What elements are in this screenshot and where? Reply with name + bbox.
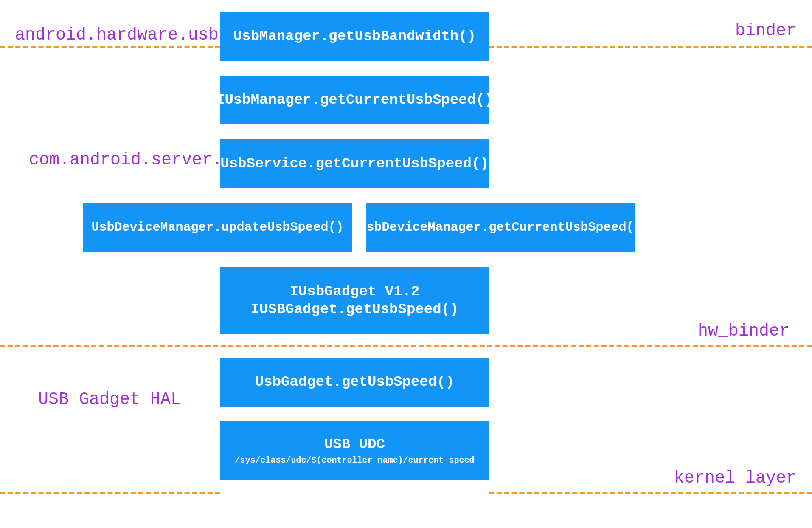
box-usbdevicemanager-getcurrentusbspeed: UsbDeviceManager.getCurrentUsbSpeed() — [366, 203, 635, 252]
box-usbservice-getcurrentusbspeed: UsbService.getCurrentUsbSpeed() — [220, 139, 489, 188]
label-binder: binder — [735, 21, 796, 40]
dash-binder-right — [489, 46, 812, 48]
dash-kernel-right — [489, 492, 812, 494]
box-iusbgadget: IUsbGadget V1.2 IUSBGadget.getUsbSpeed() — [220, 267, 489, 334]
box-usb-udc: USB UDC /sys/class/udc/$(controller_name… — [220, 421, 489, 480]
box-text: UsbDeviceManager.updateUsbSpeed() — [91, 220, 343, 236]
box-text: UsbGadget.getUsbSpeed() — [255, 373, 454, 391]
box-usbgadget-getusbspeed: UsbGadget.getUsbSpeed() — [220, 358, 489, 407]
box-title: USB UDC — [324, 435, 385, 454]
label-usb-gadget-hal: USB Gadget HAL — [38, 390, 181, 409]
box-text: IUsbManager.getCurrentUsbSpeed() — [216, 91, 493, 109]
box-path: /sys/class/udc/$(controller_name)/curren… — [235, 455, 474, 466]
box-title: IUsbGadget V1.2 — [289, 282, 419, 301]
box-sub: IUSBGadget.getUsbSpeed() — [251, 300, 459, 319]
label-kernel-layer: kernel layer — [674, 469, 796, 488]
label-hw-binder: hw_binder — [698, 322, 790, 341]
label-com-android-server-usb: com.android.server.usb — [29, 150, 253, 169]
box-text: UsbDeviceManager.getCurrentUsbSpeed() — [359, 220, 641, 236]
dash-binder-left — [0, 46, 220, 48]
box-usbmanager-getusbbandwidth: UsbManager.getUsbBandwidth() — [220, 12, 489, 61]
label-android-hardware-usb: android.hardware.usb — [15, 25, 219, 45]
box-text: UsbService.getCurrentUsbSpeed() — [220, 155, 489, 173]
box-usbdevicemanager-updateusbspeed: UsbDeviceManager.updateUsbSpeed() — [83, 203, 352, 252]
dash-kernel-left — [0, 492, 220, 494]
box-iusbmanager-getcurrentusbspeed: IUsbManager.getCurrentUsbSpeed() — [220, 76, 489, 124]
diagram-canvas: android.hardware.usb binder com.android.… — [0, 0, 812, 528]
box-text: UsbManager.getUsbBandwidth() — [233, 27, 476, 45]
dash-hwbinder-full — [0, 345, 812, 347]
